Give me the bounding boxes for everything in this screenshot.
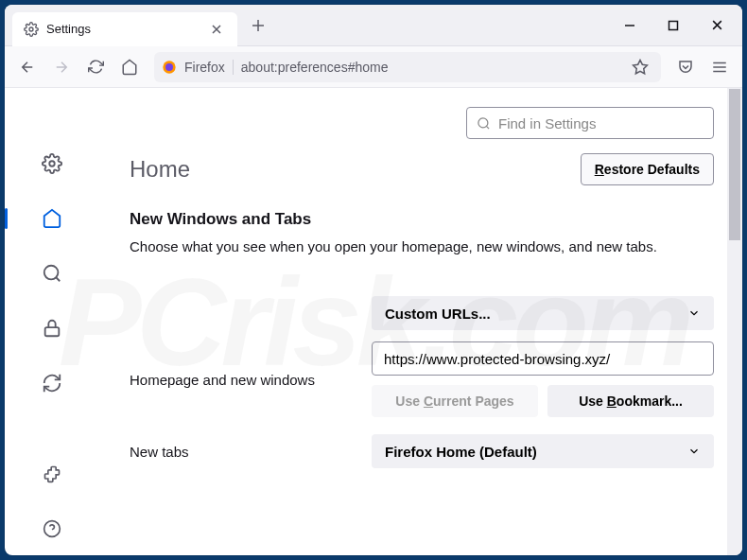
- bookmark-star-icon[interactable]: [627, 54, 653, 80]
- scrollbar[interactable]: [727, 88, 742, 555]
- main-content: Home Restore Defaults New Windows and Ta…: [99, 88, 742, 555]
- navbar: Firefox about:preferences#home: [5, 46, 742, 88]
- scrollbar-thumb[interactable]: [729, 89, 740, 240]
- back-button[interactable]: [12, 52, 43, 82]
- sidebar: [5, 88, 99, 555]
- svg-line-10: [56, 277, 60, 281]
- home-button[interactable]: [114, 52, 145, 82]
- url-text: about:preferences#home: [241, 60, 619, 75]
- svg-point-9: [44, 266, 59, 280]
- page-title: Home: [130, 156, 190, 183]
- close-icon[interactable]: [207, 20, 226, 39]
- select-label: Firefox Home (Default): [385, 444, 537, 460]
- maximize-button[interactable]: [651, 5, 695, 46]
- homepage-url-input[interactable]: [372, 341, 714, 376]
- url-bar[interactable]: Firefox about:preferences#home: [154, 52, 661, 82]
- forward-button: [46, 52, 77, 82]
- chevron-down-icon: [687, 306, 701, 320]
- gear-icon: [24, 22, 39, 37]
- svg-rect-1: [669, 21, 678, 29]
- tab-settings[interactable]: Settings: [12, 12, 237, 46]
- svg-line-15: [486, 126, 489, 129]
- svg-point-3: [165, 63, 173, 71]
- new-tab-button[interactable]: [245, 12, 271, 39]
- pocket-button[interactable]: [670, 52, 701, 82]
- svg-rect-11: [45, 327, 60, 336]
- select-label: Custom URLs...: [385, 306, 491, 322]
- sidebar-extensions[interactable]: [35, 457, 69, 491]
- svg-point-14: [478, 117, 488, 127]
- homepage-mode-select[interactable]: Custom URLs...: [372, 296, 714, 330]
- sidebar-general[interactable]: [35, 147, 69, 181]
- sidebar-search[interactable]: [35, 256, 69, 290]
- browser-window: Settings Firefox about:preferences#home: [5, 5, 742, 555]
- chevron-down-icon: [687, 445, 701, 458]
- sidebar-help[interactable]: [35, 512, 69, 546]
- use-bookmark-button[interactable]: Use Bookmark...: [547, 385, 714, 417]
- firefox-icon: [162, 60, 177, 75]
- search-icon: [477, 116, 491, 131]
- use-current-pages-button: Use Current Pages: [372, 385, 538, 417]
- sidebar-privacy[interactable]: [35, 311, 69, 345]
- homepage-label: Homepage and new windows: [130, 372, 355, 388]
- reload-button[interactable]: [80, 52, 111, 82]
- settings-search[interactable]: [466, 107, 714, 139]
- svg-marker-4: [634, 60, 648, 73]
- settings-search-input[interactable]: [498, 115, 704, 131]
- window-controls: [608, 5, 738, 46]
- minimize-button[interactable]: [608, 5, 651, 46]
- menu-button[interactable]: [704, 52, 735, 82]
- close-button[interactable]: [695, 5, 738, 46]
- sidebar-home[interactable]: [35, 201, 69, 236]
- section-title: New Windows and Tabs: [130, 210, 714, 229]
- sidebar-sync[interactable]: [35, 366, 69, 400]
- url-prefix: Firefox: [184, 60, 234, 75]
- newtabs-label: New tabs: [130, 444, 355, 460]
- restore-defaults-button[interactable]: Restore Defaults: [581, 153, 714, 185]
- titlebar: Settings: [5, 5, 742, 46]
- section-desc: Choose what you see when you open your h…: [130, 238, 714, 254]
- svg-point-8: [49, 161, 55, 166]
- tab-title: Settings: [46, 22, 200, 36]
- newtabs-select[interactable]: Firefox Home (Default): [372, 434, 714, 468]
- svg-point-0: [29, 27, 33, 31]
